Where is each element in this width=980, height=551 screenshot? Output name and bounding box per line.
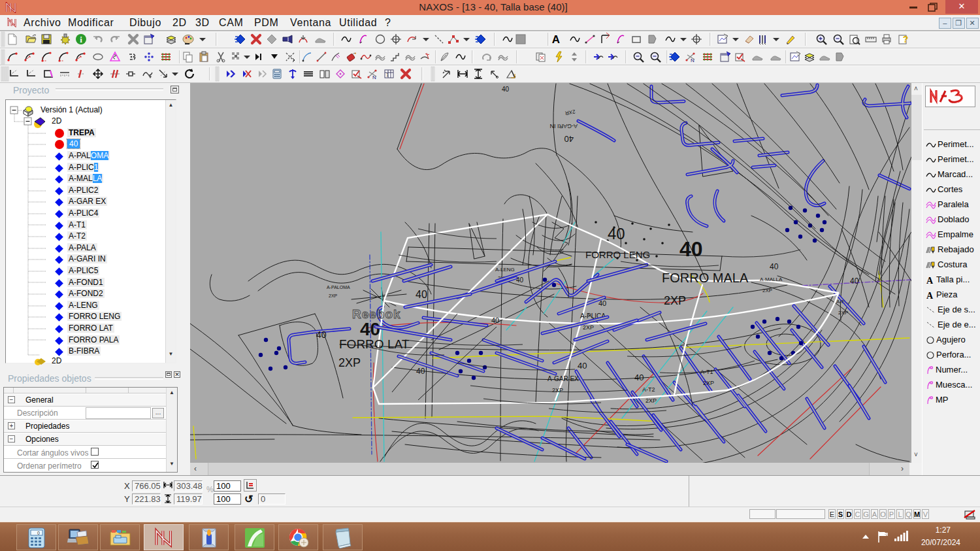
svg-text:2XP: 2XP [645,397,657,404]
svg-text:FORRO LAT: FORRO LAT [339,337,410,351]
svg-text:A: A [926,291,934,299]
svg-text:40: 40 [608,225,625,242]
svg-text:A-LENG: A-LENG [495,267,515,273]
svg-text:FORRO LENG: FORRO LENG [585,249,650,260]
svg-text:i: i [80,35,82,44]
svg-text:40: 40 [770,262,779,271]
svg-text:2XR: 2XR [564,109,576,116]
svg-text:2XP: 2XP [664,294,686,307]
svg-text:0: 0 [37,531,40,535]
svg-text:2XP: 2XP [329,293,338,298]
svg-text:2XP: 2XP [338,356,361,369]
svg-text:FORRO MALA: FORRO MALA [662,271,749,285]
svg-text:2XP: 2XP [703,380,714,386]
svg-text:A-MALLA: A-MALLA [760,276,783,282]
svg-text:2XP: 2XP [552,387,563,393]
svg-text:?: ? [903,34,909,44]
svg-text:A-F...: A-F... [836,299,849,305]
svg-text:40: 40 [578,361,587,371]
svg-text:A-GAR EX: A-GAR EX [547,375,579,382]
svg-text:40: 40 [360,319,380,339]
svg-text:2XP: 2XP [583,324,594,331]
svg-text:40: 40 [564,134,574,144]
svg-text:40: 40 [491,316,499,324]
svg-text:A: A [552,33,560,46]
svg-text:A-PALOMA: A-PALOMA [327,285,350,290]
svg-text:40: 40 [850,276,859,286]
svg-text:A: A [926,276,934,284]
svg-text:1: 1 [386,73,389,77]
svg-text:Reebok: Reebok [352,307,401,321]
svg-text:40: 40 [634,373,644,382]
svg-text:40: 40 [416,367,425,376]
svg-text:40: 40 [316,329,327,340]
svg-text:40: 40 [416,289,427,300]
svg-text:2XP: 2XP [838,310,848,316]
svg-text:2XP: 2XP [762,288,772,293]
svg-text:40: 40 [598,299,606,307]
svg-text:40: 40 [679,237,703,261]
svg-text:A-T2: A-T2 [642,386,655,393]
svg-text:N: N [691,58,694,63]
svg-text:A-GARI IN: A-GARI IN [549,123,578,129]
svg-text:40: 40 [516,276,524,284]
svg-text:N: N [372,75,376,80]
svg-text:40: 40 [502,86,510,93]
